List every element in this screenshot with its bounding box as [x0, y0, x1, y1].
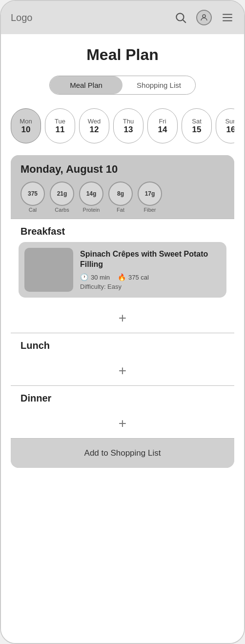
recipe-time: 🕐 30 min — [80, 273, 110, 281]
nutrition-cal: 375 Cal — [20, 181, 45, 213]
add-breakfast-button[interactable]: + — [11, 303, 234, 333]
menu-icon[interactable] — [221, 11, 234, 24]
svg-line-1 — [183, 20, 186, 23]
svg-point-2 — [203, 15, 205, 18]
breakfast-section: Breakfast Spinach Crêpes with Sweet Pota… — [11, 219, 234, 333]
nutrition-row: 375 Cal 21g Carbs 14g Protein 8g Fat — [20, 181, 225, 213]
breakfast-recipe-card[interactable]: Spinach Crêpes with Sweet Potato Filling… — [19, 242, 226, 298]
card-date: Monday, August 10 — [20, 163, 225, 176]
nav-icons — [174, 10, 234, 25]
recipe-calories: 🔥 375 cal — [118, 273, 149, 281]
meal-plan-card: Monday, August 10 375 Cal 21g Carbs 14g … — [11, 155, 234, 468]
add-lunch-button[interactable]: + — [11, 356, 234, 385]
day-item-wed12[interactable]: Wed 12 — [79, 108, 109, 143]
add-shopping-list-button[interactable]: Add to Shopping List — [11, 438, 234, 468]
fiber-circle: 17g — [138, 181, 162, 206]
recipe-meta: 🕐 30 min 🔥 375 cal — [80, 273, 221, 281]
nutrition-fiber: 17g Fiber — [138, 181, 162, 213]
cal-circle: 375 — [20, 181, 45, 206]
main-content: Meal Plan Meal Plan Shopping List Mon 10… — [1, 34, 244, 643]
recipe-info: Spinach Crêpes with Sweet Potato Filling… — [80, 249, 221, 291]
fat-circle: 8g — [108, 181, 133, 206]
dinner-section: Dinner + — [11, 385, 234, 438]
add-dinner-button[interactable]: + — [11, 409, 234, 438]
tab-shopping-list[interactable]: Shopping List — [122, 76, 195, 94]
flame-icon: 🔥 — [118, 273, 126, 281]
search-icon[interactable] — [174, 11, 187, 24]
day-item-mon10[interactable]: Mon 10 — [11, 108, 41, 143]
nutrition-carbs: 21g Carbs — [50, 181, 74, 213]
dinner-header: Dinner — [11, 386, 234, 409]
clock-icon: 🕐 — [80, 273, 88, 281]
recipe-image — [24, 248, 73, 292]
nutrition-protein: 14g Protein — [79, 181, 103, 213]
tab-switcher: Meal Plan Shopping List — [49, 76, 196, 95]
recipe-difficulty: Difficulty: Easy — [80, 283, 221, 290]
day-item-fri14[interactable]: Fri 14 — [147, 108, 178, 143]
navbar: Logo — [1, 1, 244, 34]
day-item-sun16[interactable]: Sun 16 — [216, 108, 234, 143]
tab-meal-plan[interactable]: Meal Plan — [50, 76, 122, 94]
day-picker: Mon 10 Tue 11 Wed 12 Thu 13 Fri 14 Sat 1… — [11, 108, 234, 145]
day-item-tue11[interactable]: Tue 11 — [45, 108, 75, 143]
phone-frame: Logo Meal Plan Meal Plan Shopping List — [0, 0, 245, 644]
protein-circle: 14g — [79, 181, 103, 206]
recipe-name: Spinach Crêpes with Sweet Potato Filling — [80, 249, 221, 270]
day-item-thu13[interactable]: Thu 13 — [113, 108, 143, 143]
svg-point-0 — [176, 13, 184, 20]
lunch-section: Lunch + — [11, 333, 234, 385]
profile-icon[interactable] — [196, 10, 212, 25]
lunch-header: Lunch — [11, 333, 234, 356]
card-header: Monday, August 10 375 Cal 21g Carbs 14g … — [11, 155, 234, 219]
page-title: Meal Plan — [11, 46, 234, 64]
carbs-circle: 21g — [50, 181, 74, 206]
nutrition-fat: 8g Fat — [108, 181, 133, 213]
day-item-sat15[interactable]: Sat 15 — [182, 108, 212, 143]
breakfast-header: Breakfast — [11, 219, 234, 242]
logo: Logo — [11, 12, 33, 23]
